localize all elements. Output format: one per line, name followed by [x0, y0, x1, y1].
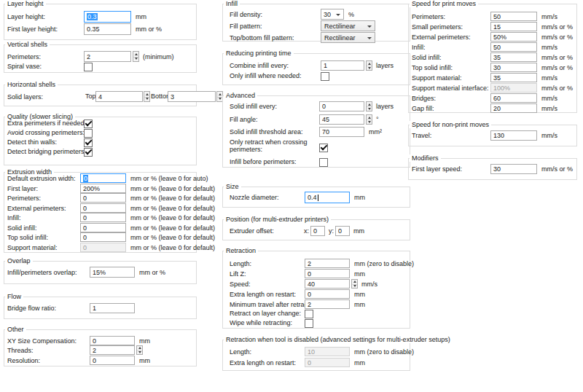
pos-y-offset-input[interactable]: 0 [335, 226, 350, 236]
spm-support-material-interface-unit: mm/s or % [541, 85, 573, 92]
vs-perimeters-spinner-down[interactable] [133, 57, 138, 62]
spm-perimeters-unit: mm/s [541, 13, 557, 20]
adv-solid-infill-every-spinner[interactable] [366, 101, 372, 111]
ret-wipe-while-retracting-checkbox[interactable] [305, 319, 313, 328]
ret-minimum-travel-after-retraction-input[interactable]: 2 [305, 299, 350, 309]
fl-bridge-flow-ratio-input[interactable]: 1 [90, 303, 135, 313]
ret-lift-z-label: Lift Z: [230, 270, 246, 278]
ew-infill-input[interactable]: 0 [80, 213, 126, 222]
ew-perimeters-input[interactable]: 0 [80, 193, 126, 203]
vs-spiral-vase-checkbox[interactable] [84, 63, 93, 71]
spm-bridges-unit: mm/s [541, 95, 557, 102]
ret-speed-spinner[interactable] [351, 279, 358, 289]
ot-resolution-unit: mm [139, 357, 150, 364]
ret-length-input[interactable]: 2 [305, 259, 350, 268]
ret-speed-spinner-down[interactable] [352, 284, 357, 289]
spm-external-perimeters-input[interactable]: 50% [490, 32, 537, 42]
inf-fill-density-combo[interactable]: 30 [321, 9, 344, 20]
adv-infill-before-perimeters-label: Infill before perimeters: [230, 158, 297, 165]
spm-perimeters-input[interactable]: 50 [490, 12, 537, 21]
lh-first-layer-height-label: First layer height: [7, 26, 58, 33]
hs-top-spinner-down[interactable] [144, 97, 149, 102]
group-speed-for-print-moves-title: Speed for print moves [410, 0, 478, 7]
rpt-combine-infill-every-unit: layers [376, 62, 394, 69]
group-modifiers-title: Modifiers [410, 154, 441, 162]
hs-top-spinner[interactable] [144, 91, 150, 102]
ot-threads-input[interactable]: 2 [90, 345, 135, 355]
vs-perimeters-spinner[interactable] [133, 51, 139, 62]
ret-extra-length-on-restart-input[interactable]: 0 [305, 289, 350, 299]
adv-fill-angle-spinner-down[interactable] [367, 119, 372, 124]
ew-external-perimeters-input[interactable]: 0 [80, 203, 126, 213]
ot-xy-size-compensation-unit: mm [139, 337, 150, 345]
adv-solid-infill-threshold-area-input[interactable]: 70 [319, 127, 364, 137]
ret-retract-on-layer-change-checkbox[interactable] [305, 310, 313, 318]
q-extra-perimeters-if-needed-label: Extra perimeters if needed: [7, 119, 86, 127]
slicer-settings-panel: Layer heightLayer height:0.3mmFirst laye… [0, 0, 583, 392]
q-avoid-crossing-perimeters-checkbox[interactable] [84, 129, 93, 138]
spm-gap-fill-input[interactable]: 20 [490, 103, 537, 113]
hs-bottom-spinner-down[interactable] [217, 97, 222, 102]
inf-fill-pattern-select[interactable]: Rectilinear [321, 20, 375, 31]
mod-first-layer-speed-input[interactable]: 30 [490, 164, 537, 174]
rpt-only-infill-where-needed-checkbox[interactable] [321, 72, 329, 81]
ot-resolution-label: Resolution: [7, 357, 40, 364]
group-size-title: Size [224, 183, 241, 190]
ot-xy-size-compensation-input[interactable]: 0 [90, 336, 135, 345]
spm-bridges-input[interactable]: 60 [490, 93, 537, 103]
ret-speed-input-value: 40 [308, 281, 315, 288]
ret-extra-length-on-restart-input-value: 0 [308, 291, 311, 298]
rpt-combine-infill-every-label: Combine infill every: [230, 62, 289, 69]
text-caret [318, 195, 318, 201]
ew-solid-infill-input[interactable]: 0 [80, 223, 126, 232]
adv-fill-angle-input[interactable]: 45 [319, 114, 364, 125]
q-extra-perimeters-if-needed-checkbox[interactable] [84, 119, 93, 128]
adv-fill-angle-spinner[interactable] [366, 114, 372, 125]
ret-lift-z-unit: mm [354, 270, 365, 278]
ew-support-material-unit: mm or % (leave 0 for default) [130, 244, 215, 251]
ov-infill-perimeters-overlap-input[interactable]: 15% [90, 267, 135, 278]
rpt-combine-infill-every-spinner[interactable] [366, 60, 372, 71]
adv-solid-infill-every-input[interactable]: 0 [319, 101, 364, 111]
ew-first-layer-input[interactable]: 200% [80, 184, 126, 193]
ret-speed-input[interactable]: 40 [305, 279, 350, 289]
ew-default-extrusion-width-input[interactable]: 0 [80, 173, 126, 183]
q-detect-thin-walls-checkbox[interactable] [84, 138, 93, 147]
ew-infill-unit: mm or % (leave 0 for default) [130, 214, 215, 222]
size-nozzle-diameter-input[interactable]: 0.4 [305, 192, 350, 203]
ew-first-layer-input-value: 200% [83, 185, 100, 192]
adv-only-retract-when-crossing-perimeters-checkbox[interactable] [319, 144, 328, 152]
spm-small-perimeters-input[interactable]: 15 [490, 22, 537, 31]
ot-resolution-input[interactable]: 0 [90, 356, 135, 365]
q-detect-bridging-perimeters-label: Detect bridging perimeters: [7, 148, 86, 155]
spm-support-material-input[interactable]: 35 [490, 73, 537, 82]
inf-top-bottom-fill-pattern-select[interactable]: Rectilinear [321, 32, 375, 43]
ew-support-material-input: 0 [80, 243, 126, 252]
hs-bottom-input[interactable]: 3 [168, 91, 216, 102]
ret-minimum-travel-after-retraction-unit: mm [354, 301, 365, 308]
group-infill-title: Infill [224, 0, 240, 7]
ret-extra-length-on-restart-unit: mm [354, 291, 365, 298]
ot-threads-spinner-down[interactable] [137, 350, 142, 355]
adv-fill-angle-input-value: 45 [322, 116, 329, 123]
ret-lift-z-input[interactable]: 0 [305, 269, 350, 278]
size-nozzle-diameter-input-value: 0.4 [308, 194, 317, 201]
lh-layer-height-input[interactable]: 0.3 [84, 11, 131, 23]
q-detect-bridging-perimeters-checkbox[interactable] [84, 148, 93, 157]
hs-top-input[interactable]: 4 [95, 91, 143, 102]
vs-perimeters-input[interactable]: 2 [84, 51, 131, 62]
adv-infill-before-perimeters-checkbox[interactable] [319, 158, 328, 167]
ot-threads-spinner[interactable] [136, 345, 143, 355]
spm-infill-input[interactable]: 50 [490, 42, 537, 52]
ew-top-solid-infill-input[interactable]: 0 [80, 232, 126, 242]
snp-travel-input[interactable]: 130 [490, 130, 537, 141]
rpt-combine-infill-every-input[interactable]: 1 [321, 60, 364, 71]
adv-solid-infill-every-spinner-down[interactable] [367, 106, 372, 111]
lh-first-layer-height-input[interactable]: 0.35 [84, 23, 131, 35]
spm-top-solid-infill-input[interactable]: 30 [490, 63, 537, 72]
spm-solid-infill-input[interactable]: 35 [490, 52, 537, 62]
spm-solid-infill-input-value: 35 [493, 54, 501, 61]
pos-x-offset-input[interactable]: 0 [310, 226, 325, 236]
rpt-combine-infill-every-spinner-down[interactable] [367, 66, 372, 70]
spm-top-solid-infill-input-value: 30 [493, 64, 501, 71]
